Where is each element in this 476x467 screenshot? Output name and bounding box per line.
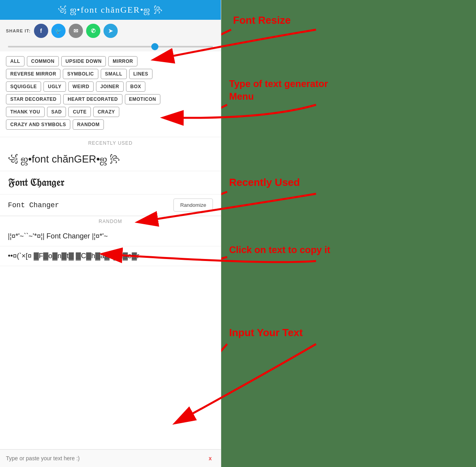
tags-row-2: REVERSE MIRROR SYMBOLIC SMALL LINES	[6, 69, 215, 79]
tag-squiggle[interactable]: SQUIGGLE	[6, 81, 41, 92]
share-facebook-button[interactable]: f	[34, 24, 48, 38]
randomize-button[interactable]: Randomize	[173, 199, 213, 212]
tags-row-4: STAR DECORATED HEART DECORATED EMOTICON	[6, 94, 215, 104]
randomize-row: Font Changer Randomize	[0, 195, 221, 216]
tag-emoticon[interactable]: EMOTICON	[125, 94, 161, 104]
font-resize-annotation: Font Resize	[233, 14, 291, 26]
tag-heart-decorated[interactable]: HEART DECORATED	[63, 94, 122, 104]
scrollable-content[interactable]: ALL COMMON UPSIDE DOWN MIRROR REVERSE MI…	[0, 51, 221, 467]
recently-used-arrow	[221, 192, 227, 210]
tag-crazy[interactable]: CRAZY	[93, 107, 119, 117]
input-text-annotation: Input Your Text	[229, 327, 303, 338]
slider-track[interactable]	[8, 46, 213, 47]
randomize-preview-text[interactable]: Font Changer	[8, 201, 166, 209]
share-twitter-button[interactable]: 🐦	[51, 24, 66, 38]
right-panel: Font Resize Type of text generator Menu …	[221, 0, 476, 467]
tag-star-decorated[interactable]: STAR DECORATED	[6, 94, 61, 104]
slider-thumb[interactable]	[151, 43, 158, 50]
click-copy-annotation-line1: Click on text to copy it	[229, 244, 330, 255]
result-item-2[interactable]: 𝔉𝔬𝔫𝔱 ℭ𝔥𝔞𝔫𝔤𝔢𝔯	[0, 171, 221, 195]
share-whatsapp-button[interactable]: ✆	[86, 24, 100, 38]
tags-row-3: SQUIGGLE UGLY WEIRD JOINER BOX	[6, 81, 215, 92]
recently-used-label: RECENTLY USED	[0, 137, 221, 147]
annotations-svg: Font Resize Type of text generator Menu …	[221, 0, 476, 467]
tag-reverse-mirror[interactable]: REVERSE MIRROR	[6, 69, 60, 79]
tag-cute[interactable]: CUTE	[68, 107, 91, 117]
text-input[interactable]	[6, 455, 205, 461]
left-panel: ꧁ ஜ•font сhănGER•ஜ ꧂ SHARE IT: f 🐦 ✉ ✆ ➤…	[0, 0, 221, 467]
tag-joiner[interactable]: JOINER	[96, 81, 124, 92]
tag-common[interactable]: COMMON	[27, 56, 59, 66]
share-bar: SHARE IT: f 🐦 ✉ ✆ ➤	[0, 20, 221, 42]
random-section-label: RANDOM	[0, 216, 221, 227]
share-telegram-button[interactable]: ➤	[103, 24, 118, 38]
tags-row-5: THANK YOU SAD CUTE CRAZY	[6, 107, 215, 117]
random-result-text-1: |¦¤*'~``~'*¤¦| Font Changer |¦¤*'~	[8, 232, 108, 240]
generator-type-annotation-line1: Type of text generator	[229, 78, 328, 89]
tag-symbolic[interactable]: SYMBOLIC	[63, 69, 98, 79]
random-result-text-2: ••¤(`×[¤ ▓F▓o▓n▓t▓ ▓C▓h▓a▓n▓g▓e▓r	[8, 252, 139, 260]
font-resize-arrow	[221, 30, 231, 53]
app-header: ꧁ ஜ•font сhănGER•ஜ ꧂	[0, 0, 221, 20]
tags-row-6: CRAZY AND SYMBOLS RANDOM	[6, 119, 215, 130]
random-result-1[interactable]: |¦¤*'~``~'*¤¦| Font Changer |¦¤*'~	[0, 227, 221, 246]
result-text-2: 𝔉𝔬𝔫𝔱 ℭ𝔥𝔞𝔫𝔤𝔢𝔯	[8, 177, 64, 188]
tag-box[interactable]: BOX	[126, 81, 146, 92]
tag-random[interactable]: RANDOM	[73, 119, 104, 130]
tags-section: ALL COMMON UPSIDE DOWN MIRROR REVERSE MI…	[0, 51, 221, 137]
random-result-2[interactable]: ••¤(`×[¤ ▓F▓o▓n▓t▓ ▓C▓h▓a▓n▓g▓e▓r	[0, 246, 221, 266]
tag-weird[interactable]: WEIRD	[68, 81, 94, 92]
share-email-button[interactable]: ✉	[69, 24, 83, 38]
font-resize-slider-container	[0, 42, 221, 51]
generator-type-annotation-line2: Menu	[229, 91, 254, 102]
tag-all[interactable]: ALL	[6, 56, 24, 66]
tag-lines[interactable]: LINES	[129, 69, 153, 79]
tags-row-1: ALL COMMON UPSIDE DOWN MIRROR	[6, 56, 215, 66]
tag-upside-down[interactable]: UPSIDE DOWN	[61, 56, 106, 66]
generator-type-arrow	[221, 105, 227, 127]
recently-used-annotation: Recently Used	[229, 176, 300, 188]
share-label: SHARE IT:	[6, 28, 31, 33]
input-arrow	[221, 344, 227, 395]
tag-crazy-symbols[interactable]: CRAZY AND SYMBOLS	[6, 119, 70, 130]
result-item-1[interactable]: ꧁ ஜ•font сhănGER•ஜ ꧂	[0, 147, 221, 171]
tag-ugly[interactable]: UGLY	[43, 81, 66, 92]
input-area: x	[0, 449, 221, 467]
clear-button[interactable]: x	[205, 454, 215, 463]
click-copy-arrow	[221, 257, 227, 269]
tag-small[interactable]: SMALL	[101, 69, 127, 79]
tag-sad[interactable]: SAD	[47, 107, 66, 117]
tag-mirror[interactable]: MIRROR	[108, 56, 137, 66]
app-title: ꧁ ஜ•font сhănGER•ஜ ꧂	[58, 5, 163, 15]
tag-thank-you[interactable]: THANK YOU	[6, 107, 45, 117]
result-text-1: ꧁ ஜ•font сhănGER•ஜ ꧂	[8, 153, 120, 165]
